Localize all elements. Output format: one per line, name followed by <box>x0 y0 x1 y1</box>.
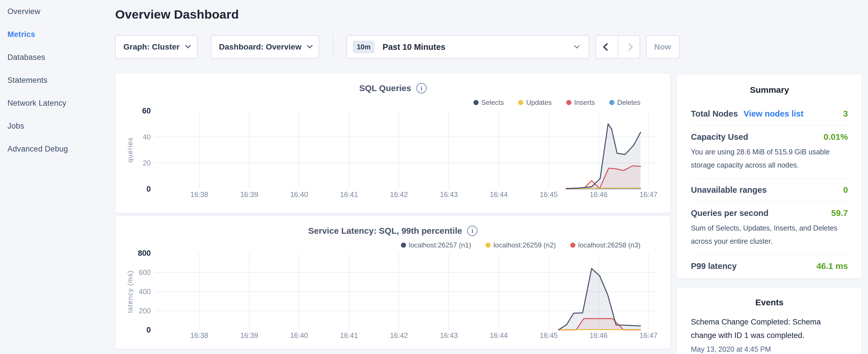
time-step-forward-button[interactable] <box>618 36 640 58</box>
svg-text:200: 200 <box>139 307 151 315</box>
svg-text:16:41: 16:41 <box>340 331 358 340</box>
time-range-badge: 10m <box>353 41 375 53</box>
time-step-buttons <box>595 35 640 59</box>
chevron-left-icon <box>603 43 611 51</box>
svg-text:16:43: 16:43 <box>440 331 458 340</box>
svg-text:16:39: 16:39 <box>240 331 258 340</box>
svg-text:16:46: 16:46 <box>590 190 608 198</box>
dashboard-dropdown-label: Dashboard: Overview <box>219 42 302 52</box>
svg-text:latency (ms): latency (ms) <box>126 270 134 313</box>
summary-row-value: 3 <box>843 109 848 119</box>
sidebar-item-label: Advanced Debug <box>7 144 68 154</box>
summary-row-total-nodes: Total Nodes View nodes list 3 <box>691 102 848 125</box>
sidebar-item-overview[interactable]: Overview <box>0 0 115 23</box>
dashboard-dropdown[interactable]: Dashboard: Overview <box>211 35 319 59</box>
summary-row-value: 0.01% <box>824 132 848 142</box>
now-button-label: Now <box>654 42 671 52</box>
events-panel: Events Schema Change Completed: Schema c… <box>676 287 862 354</box>
sidebar-item-statements[interactable]: Statements <box>0 69 115 92</box>
chevron-down-icon <box>307 43 313 49</box>
event-message: Schema Change Completed: Schema change w… <box>691 315 848 342</box>
summary-row-value: 46.1 ms <box>816 261 848 271</box>
svg-text:16:44: 16:44 <box>490 331 508 340</box>
summary-row-capacity-used: Capacity Used 0.01% You are using 28.6 M… <box>691 125 848 179</box>
svg-text:16:47: 16:47 <box>640 331 658 340</box>
sidebar-item-jobs[interactable]: Jobs <box>0 115 115 137</box>
sidebar: Overview Metrics Databases Statements Ne… <box>0 0 115 354</box>
svg-text:16:38: 16:38 <box>190 190 208 198</box>
summary-row-value: 59.7 <box>831 208 848 218</box>
sql-queries-plot: 16:3816:3916:4016:4116:4216:4316:4416:45… <box>116 73 671 213</box>
sidebar-item-label: Statements <box>7 76 48 85</box>
time-range-selector[interactable]: 10m Past 10 Minutes <box>346 35 589 59</box>
event-list-item: Schema Change Completed: Schema change w… <box>691 315 848 353</box>
svg-text:0: 0 <box>147 185 151 193</box>
svg-text:16:47: 16:47 <box>640 190 658 198</box>
svg-text:600: 600 <box>139 268 151 277</box>
summary-panel: Summary Total Nodes View nodes list 3 Ca… <box>676 74 862 279</box>
page-title: Overview Dashboard <box>115 7 239 22</box>
sidebar-item-metrics[interactable]: Metrics <box>0 23 115 46</box>
graph-dropdown[interactable]: Graph: Cluster <box>115 35 197 59</box>
toolbar-divider <box>333 35 333 59</box>
svg-text:16:45: 16:45 <box>539 331 558 340</box>
svg-text:16:40: 16:40 <box>290 190 308 198</box>
sidebar-item-label: Databases <box>7 53 45 62</box>
svg-text:16:42: 16:42 <box>390 190 408 198</box>
summary-row-label: Queries per second <box>691 208 769 218</box>
now-button[interactable]: Now <box>646 35 679 59</box>
events-title: Events <box>691 297 848 307</box>
svg-text:800: 800 <box>138 249 151 257</box>
summary-title: Summary <box>691 85 848 95</box>
svg-text:16:43: 16:43 <box>440 190 458 198</box>
sidebar-item-label: Overview <box>7 7 40 16</box>
time-step-back-button[interactable] <box>596 36 618 58</box>
chevron-right-icon <box>625 43 633 51</box>
svg-text:16:45: 16:45 <box>539 190 558 198</box>
svg-text:queries: queries <box>126 137 134 163</box>
svg-text:16:46: 16:46 <box>590 331 608 340</box>
chevron-down-icon <box>185 43 191 49</box>
sidebar-item-databases[interactable]: Databases <box>0 46 115 69</box>
summary-row-p99-latency: P99 latency 46.1 ms <box>691 255 848 278</box>
sidebar-item-label: Metrics <box>7 30 35 39</box>
summary-row-label: Capacity Used <box>691 132 748 142</box>
svg-text:400: 400 <box>139 288 151 296</box>
summary-row-label: Unavailable ranges <box>691 185 767 195</box>
summary-row-queries-per-second: Queries per second 59.7 Sum of Selects, … <box>691 202 848 255</box>
svg-text:16:42: 16:42 <box>390 331 408 340</box>
graph-dropdown-label: Graph: Cluster <box>123 42 179 52</box>
svg-text:16:41: 16:41 <box>340 190 358 198</box>
summary-row-description: You are using 28.6 MiB of 515.9 GiB usab… <box>691 145 848 171</box>
sidebar-item-network-latency[interactable]: Network Latency <box>0 92 115 115</box>
time-range-label: Past 10 Minutes <box>382 42 445 52</box>
summary-row-description: Sum of Selects, Updates, Inserts, and De… <box>691 221 848 248</box>
view-nodes-list-link[interactable]: View nodes list <box>744 109 804 119</box>
toolbar: Graph: Cluster Dashboard: Overview 10m P… <box>115 35 679 59</box>
sidebar-item-advanced-debug[interactable]: Advanced Debug <box>0 137 115 160</box>
chevron-down-icon <box>574 43 580 49</box>
service-latency-chart-card: Service Latency: SQL, 99th percentile i … <box>115 216 671 349</box>
service-latency-plot: 16:3816:3916:4016:4116:4216:4316:4416:45… <box>116 216 671 349</box>
summary-row-label: P99 latency <box>691 261 737 271</box>
svg-text:60: 60 <box>142 106 151 115</box>
svg-text:0: 0 <box>147 326 151 334</box>
summary-row-unavailable-ranges: Unavailable ranges 0 <box>691 179 848 202</box>
sidebar-item-label: Network Latency <box>7 99 66 108</box>
svg-text:20: 20 <box>143 159 151 167</box>
svg-text:16:38: 16:38 <box>190 331 208 340</box>
svg-text:40: 40 <box>143 133 151 141</box>
summary-row-value: 0 <box>843 185 848 195</box>
svg-text:16:39: 16:39 <box>240 190 258 198</box>
sidebar-item-label: Jobs <box>7 122 24 131</box>
summary-row-label: Total Nodes <box>691 109 738 119</box>
svg-text:16:44: 16:44 <box>490 190 508 198</box>
sql-queries-chart-card: SQL Queries i SelectsUpdatesInsertsDelet… <box>115 73 671 213</box>
event-timestamp: May 13, 2020 at 4:45 PM <box>691 345 848 353</box>
svg-text:16:40: 16:40 <box>290 331 308 340</box>
